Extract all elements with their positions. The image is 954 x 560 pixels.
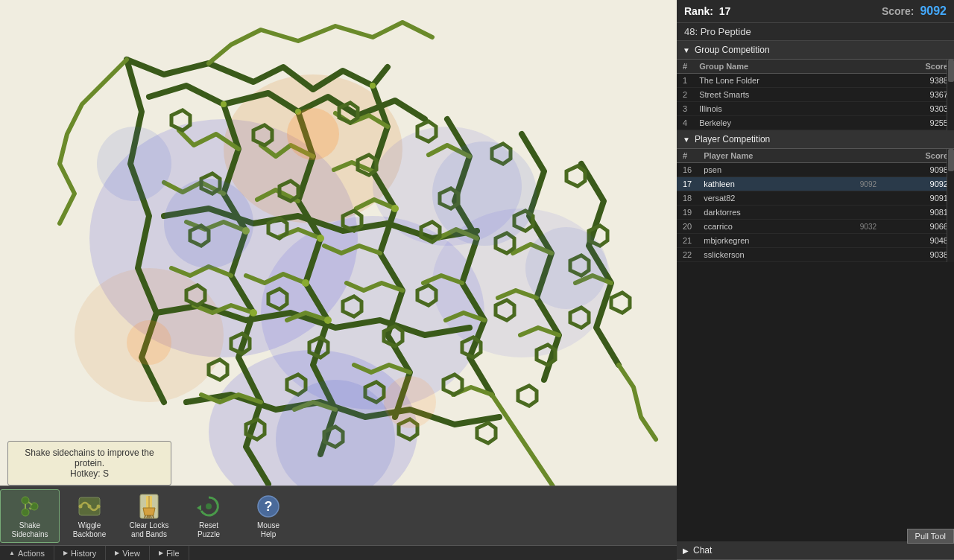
player-rank-cell: 19 <box>677 206 698 220</box>
group-name-cell: The Lone Folder <box>693 74 869 88</box>
group-table-scrollbar[interactable] <box>947 60 954 130</box>
svg-line-78 <box>147 515 148 518</box>
svg-point-64 <box>22 497 29 504</box>
puzzle-name: 48: Pro Peptide <box>677 23 954 41</box>
group-score-cell: 9303 <box>869 102 954 116</box>
svg-marker-82 <box>197 505 201 511</box>
player-score-cell: 9048 <box>882 234 954 248</box>
group-rank-cell: 1 <box>677 74 693 88</box>
svg-point-71 <box>79 504 83 508</box>
player-name-cell: darktorres <box>698 206 824 220</box>
group-name-cell: Berkeley <box>693 116 869 130</box>
file-menu[interactable]: ▶ File <box>150 546 189 560</box>
chat-header[interactable]: ▶ Chat <box>677 541 954 560</box>
svg-point-52 <box>391 205 399 212</box>
svg-point-55 <box>324 316 332 324</box>
svg-point-54 <box>250 309 257 316</box>
player-table-row: 18 versat82 9091 <box>677 191 954 206</box>
player-myscore-cell <box>824 163 882 177</box>
rank-display: Rank: 17 <box>684 5 730 17</box>
clear-locks-button[interactable]: Clear Locksand Bands <box>119 489 179 543</box>
group-name-cell: Street Smarts <box>693 88 869 102</box>
player-competition-table-wrapper: # Player Name Score 16 psen 9098 17 kath… <box>677 149 954 262</box>
group-competition-header[interactable]: ▼ Group Competition <box>677 41 954 60</box>
group-competition-table-wrapper: # Group Name Score 1 The Lone Folder 938… <box>677 60 954 130</box>
player-rank-cell: 20 <box>677 220 698 234</box>
svg-point-57 <box>127 320 171 365</box>
svg-point-83 <box>206 503 212 509</box>
group-rank-cell: 3 <box>677 102 693 116</box>
toolbar-area: ShakeSidechains WiggleBackbone <box>0 486 677 545</box>
shake-sidechains-label: ShakeSidechains <box>12 521 48 539</box>
svg-point-47 <box>221 101 227 107</box>
actions-menu[interactable]: ▲ Actions <box>0 546 54 560</box>
reset-puzzle-icon <box>195 493 222 520</box>
svg-point-66 <box>22 509 29 516</box>
player-rank-cell: 21 <box>677 234 698 248</box>
score-display: Score: 9092 <box>882 4 947 18</box>
view-arrow: ▶ <box>115 550 119 556</box>
svg-line-81 <box>153 515 154 518</box>
tooltip: Shake sidechains to improve the protein.… <box>7 441 171 486</box>
history-menu[interactable]: ▶ History <box>54 546 106 560</box>
player-myscore-cell <box>824 206 882 220</box>
group-score-cell: 9388 <box>869 74 954 88</box>
svg-point-56 <box>287 108 339 160</box>
player-table-row: 17 kathleen 9092 9092 <box>677 177 954 191</box>
reset-puzzle-button[interactable]: ResetPuzzle <box>179 489 238 543</box>
player-score-col-header: Score <box>882 149 954 163</box>
player-myscore-cell <box>824 234 882 248</box>
chat-section: ▶ Chat <box>677 541 954 560</box>
player-score-cell: 9038 <box>882 248 954 262</box>
reset-puzzle-label: ResetPuzzle <box>198 521 220 539</box>
player-name-cell: ccarrico <box>698 220 824 234</box>
player-rank-cell: 22 <box>677 248 698 262</box>
player-name-cell: versat82 <box>698 191 824 206</box>
svg-point-63 <box>276 380 395 499</box>
group-table-row: 4 Berkeley 9255 <box>677 116 954 130</box>
svg-point-72 <box>88 504 92 508</box>
player-rank-cell: 18 <box>677 191 698 206</box>
svg-point-61 <box>432 141 537 246</box>
player-score-cell: 9092 <box>882 177 954 191</box>
player-name-col-header: Player Name <box>698 149 824 163</box>
mouse-help-button[interactable]: ? MouseHelp <box>238 489 298 543</box>
player-table-row: 16 psen 9098 <box>677 163 954 177</box>
group-table-row: 3 Illinois 9303 <box>677 102 954 116</box>
player-competition-table: # Player Name Score 16 psen 9098 17 kath… <box>677 149 954 262</box>
group-name-col-header: Group Name <box>693 60 869 74</box>
group-score-cell: 9255 <box>869 116 954 130</box>
svg-point-73 <box>97 504 101 508</box>
chat-arrow: ▶ <box>683 547 689 555</box>
actions-arrow: ▲ <box>9 550 15 556</box>
wiggle-backbone-label: WiggleBackbone <box>73 521 106 539</box>
shake-sidechains-button[interactable]: ShakeSidechains <box>0 489 60 543</box>
svg-line-80 <box>151 515 151 518</box>
player-table-scrollbar[interactable] <box>947 149 954 262</box>
svg-point-62 <box>525 227 607 309</box>
player-rank-cell: 17 <box>677 177 698 191</box>
player-scrollbar-thumb[interactable] <box>948 149 954 171</box>
player-score-cell: 9098 <box>882 163 954 177</box>
menu-bar: ▲ Actions ▶ History ▶ View ▶ File <box>0 545 677 560</box>
player-myscore-col-header <box>824 149 882 163</box>
group-score-cell: 9367 <box>869 88 954 102</box>
score-header: Rank: 17 Score: 9092 <box>677 0 954 23</box>
group-competition-table: # Group Name Score 1 The Lone Folder 938… <box>677 60 954 130</box>
pull-tool-button[interactable]: Pull Tool <box>907 529 954 544</box>
mouse-help-label: MouseHelp <box>257 521 279 539</box>
wiggle-backbone-button[interactable]: WiggleBackbone <box>60 489 119 543</box>
player-table-row: 20 ccarrico 9032 9066 <box>677 220 954 234</box>
wiggle-backbone-icon <box>76 493 103 520</box>
player-competition-header[interactable]: ▼ Player Competition <box>677 130 954 149</box>
player-myscore-cell <box>824 191 882 206</box>
player-score-cell: 9066 <box>882 220 954 234</box>
svg-point-53 <box>302 279 309 287</box>
player-myscore-cell: 9032 <box>824 220 882 234</box>
player-name-cell: sslickerson <box>698 248 824 262</box>
view-menu[interactable]: ▶ View <box>106 546 150 560</box>
clear-locks-icon <box>136 493 162 520</box>
group-scrollbar-thumb[interactable] <box>948 60 954 82</box>
player-score-cell: 9081 <box>882 206 954 220</box>
group-rank-cell: 4 <box>677 116 693 130</box>
